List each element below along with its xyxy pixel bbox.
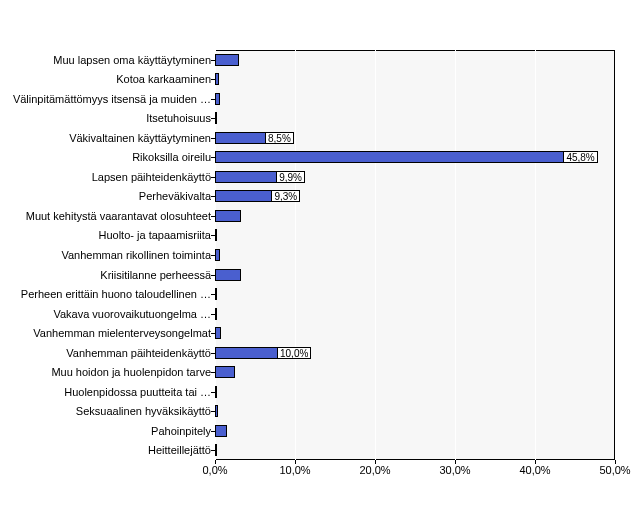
plot-area <box>215 50 615 460</box>
x-tick-label: 20,0% <box>355 464 395 476</box>
x-tick-label: 0,0% <box>195 464 235 476</box>
y-category-label: Välinpitämättömyys itsensä ja muiden … <box>1 89 211 109</box>
y-category-label: Perheväkivalta <box>1 186 211 206</box>
y-category-label: Väkivaltainen käyttäytyminen <box>1 128 211 148</box>
y-category-label: Heitteillejättö <box>1 440 211 460</box>
x-tick-label: 50,0% <box>595 464 635 476</box>
bar <box>215 425 227 437</box>
x-tick-label: 30,0% <box>435 464 475 476</box>
bar <box>215 386 217 398</box>
grid-line <box>615 50 616 460</box>
bar-data-label: 8,5% <box>265 132 294 144</box>
y-category-label: Rikoksilla oireilu <box>1 147 211 167</box>
y-category-label: Itsetuhoisuus <box>1 108 211 128</box>
bar <box>215 249 220 261</box>
bar <box>215 93 220 105</box>
bar <box>215 54 239 66</box>
grid-line <box>295 50 296 460</box>
y-category-label: Perheen erittäin huono taloudellinen … <box>1 284 211 304</box>
bar <box>215 327 221 339</box>
y-category-label: Seksuaalinen hyväksikäyttö <box>1 401 211 421</box>
bar <box>215 229 217 241</box>
y-category-label: Muu lapsen oma käyttäytyminen <box>1 50 211 70</box>
x-tick-label: 10,0% <box>275 464 315 476</box>
bar-chart: 0,0%10,0%20,0%30,0%40,0%50,0% Muu lapsen… <box>0 0 635 517</box>
y-category-label: Lapsen päihteidenkäyttö <box>1 167 211 187</box>
y-category-label: Huolenpidossa puutteita tai … <box>1 382 211 402</box>
y-category-label: Muut kehitystä vaarantavat olosuhteet <box>1 206 211 226</box>
bar <box>215 444 217 456</box>
bar <box>215 210 241 222</box>
bar-data-label: 9,3% <box>271 190 300 202</box>
grid-line <box>455 50 456 460</box>
bar-data-label: 10,0% <box>277 347 311 359</box>
y-category-label: Kotoa karkaaminen <box>1 69 211 89</box>
x-tick-label: 40,0% <box>515 464 555 476</box>
y-category-label: Vanhemman päihteidenkäyttö <box>1 343 211 363</box>
bar <box>215 112 217 124</box>
y-category-label: Huolto- ja tapaamisriita <box>1 225 211 245</box>
y-category-label: Vanhemman mielenterveysongelmat <box>1 323 211 343</box>
bar <box>215 308 217 320</box>
bar <box>215 288 217 300</box>
bar <box>215 405 218 417</box>
y-category-label: Vakava vuorovaikutuongelma … <box>1 304 211 324</box>
bar <box>215 366 235 378</box>
bar <box>215 73 219 85</box>
bar <box>215 151 581 163</box>
y-category-label: Muu hoidon ja huolenpidon tarve <box>1 362 211 382</box>
y-category-label: Kriisitilanne perheessä <box>1 265 211 285</box>
grid-line <box>375 50 376 460</box>
y-category-label: Pahoinpitely <box>1 421 211 441</box>
y-category-label: Vanhemman rikollinen toiminta <box>1 245 211 265</box>
bar-data-label: 9,9% <box>276 171 305 183</box>
bar <box>215 269 241 281</box>
bar-data-label: 45,8% <box>563 151 597 163</box>
grid-line <box>535 50 536 460</box>
